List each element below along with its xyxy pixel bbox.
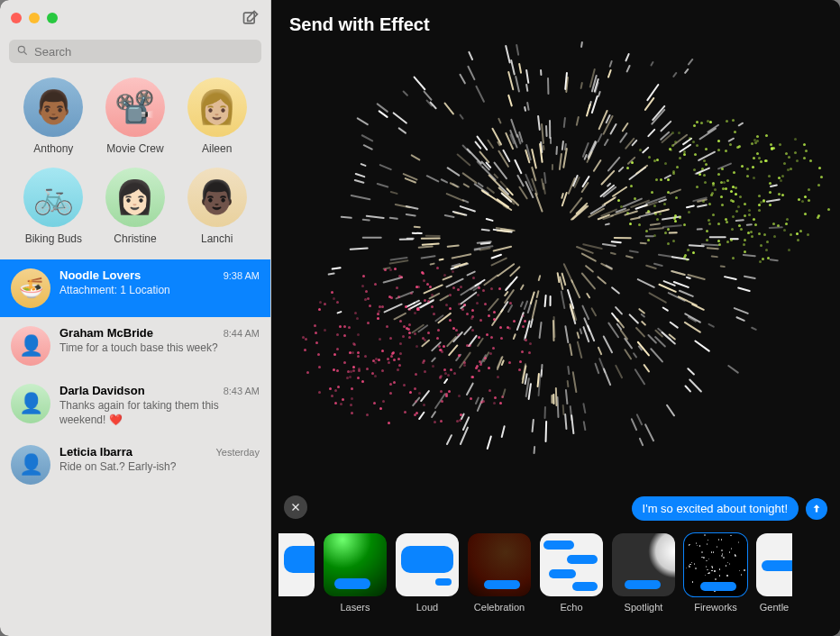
pinned-contact[interactable]: 👩🏻 Christine <box>95 168 177 245</box>
conversation-preview: Thanks again for taking them this weeken… <box>59 399 260 427</box>
conversation-body: Noodle Lovers 9:38 AM Attachment: 1 Loca… <box>59 268 260 308</box>
effect-preview <box>271 39 840 528</box>
compose-button[interactable] <box>242 9 260 27</box>
avatar: 👤 <box>11 384 50 423</box>
effects-strip: Lasers Loud Celebration Echo Spotlight F… <box>271 528 840 636</box>
conversation-item[interactable]: 👤 Graham McBride 8:44 AM Time for a touc… <box>0 317 270 375</box>
pinned-label: Aileen <box>202 142 232 155</box>
search-input[interactable] <box>9 40 261 63</box>
effect-option-loud[interactable] <box>278 533 315 596</box>
search-wrap <box>0 36 270 72</box>
conversation-item[interactable]: 👤 Leticia Ibarra Yesterday Ride on Sat.?… <box>0 436 270 494</box>
svg-point-1 <box>18 46 24 52</box>
effect-thumb <box>468 533 531 596</box>
effect-thumb <box>540 533 603 596</box>
maximize-window-button[interactable] <box>47 13 58 23</box>
conversation-body: Graham McBride 8:44 AM Time for a touch … <box>59 326 260 366</box>
pinned-contact[interactable]: 👨🏿 Lanchi <box>176 168 258 245</box>
effect-thumb <box>324 533 387 596</box>
pinned-label: Biking Buds <box>25 232 82 245</box>
effect-label: Loud <box>416 602 438 613</box>
pinned-label: Anthony <box>33 142 73 155</box>
conversation-time: 8:43 AM <box>224 386 260 396</box>
effect-label: Spotlight <box>625 602 663 613</box>
conversation-preview: Time for a touch base this week? <box>59 341 260 356</box>
search-icon <box>16 44 29 57</box>
pinned-contact[interactable]: 👨🏾 Anthony <box>13 77 95 155</box>
conversation-name: Graham McBride <box>59 326 153 340</box>
conversation-body: Leticia Ibarra Yesterday Ride on Sat.? E… <box>59 445 260 485</box>
avatar: 👨🏿 <box>187 168 247 227</box>
effect-thumb <box>756 533 792 596</box>
conversation-time: 9:38 AM <box>224 270 260 281</box>
main-chat-area: Send with Effect I'm so excited about to… <box>271 0 840 636</box>
window-controls <box>11 13 58 23</box>
messages-window: 👨🏾 Anthony📽️ Movie Crew👩🏼 Aileen🚲 Biking… <box>0 0 840 636</box>
conversation-preview: Attachment: 1 Location <box>59 284 260 298</box>
send-button[interactable] <box>806 498 827 520</box>
effect-thumb <box>278 533 315 596</box>
outgoing-message-bubble: I'm so excited about tonight! <box>632 496 799 521</box>
conversation-preview: Ride on Sat.? Early-ish? <box>59 460 260 475</box>
pinned-contact[interactable]: 📽️ Movie Crew <box>95 77 177 155</box>
avatar: 🚲 <box>23 168 83 227</box>
effect-label: Gentle <box>760 602 789 613</box>
sidebar: 👨🏾 Anthony📽️ Movie Crew👩🏼 Aileen🚲 Biking… <box>0 0 271 636</box>
arrow-up-icon <box>810 503 823 515</box>
pinned-label: Christine <box>114 232 156 245</box>
minimize-window-button[interactable] <box>29 13 40 23</box>
effect-option-fireworks[interactable]: Fireworks <box>684 533 747 613</box>
conversation-time: 8:44 AM <box>224 328 260 339</box>
conversation-body: Darla Davidson 8:43 AM Thanks again for … <box>59 384 260 427</box>
effect-option-spotlight[interactable]: Spotlight <box>612 533 675 613</box>
avatar: 👨🏾 <box>23 77 83 137</box>
conversation-name: Noodle Lovers <box>59 268 141 282</box>
avatar: 👩🏼 <box>187 77 247 137</box>
close-effect-button[interactable] <box>284 495 307 519</box>
avatar: 👤 <box>11 445 50 485</box>
conversation-name: Leticia Ibarra <box>59 445 132 459</box>
titlebar <box>0 0 270 36</box>
pinned-label: Lanchi <box>201 232 233 245</box>
avatar: 👩🏻 <box>105 168 165 227</box>
effect-thumb <box>612 533 675 596</box>
effect-option-gentle[interactable]: Gentle <box>756 533 792 613</box>
fireworks-canvas <box>271 39 840 528</box>
message-row: I'm so excited about tonight! <box>632 496 827 521</box>
avatar: 👤 <box>11 326 50 366</box>
effect-label: Celebration <box>474 602 525 613</box>
effect-option-loud[interactable]: Loud <box>396 533 459 613</box>
pinned-grid: 👨🏾 Anthony📽️ Movie Crew👩🏼 Aileen🚲 Biking… <box>0 72 270 259</box>
pinned-contact[interactable]: 👩🏼 Aileen <box>176 77 258 155</box>
effect-option-celebration[interactable]: Celebration <box>468 533 531 613</box>
pinned-label: Movie Crew <box>106 142 163 155</box>
effect-label: Fireworks <box>694 602 737 613</box>
conversation-item[interactable]: 🍜 Noodle Lovers 9:38 AM Attachment: 1 Lo… <box>0 259 270 317</box>
effect-thumb <box>684 533 747 596</box>
effect-option-echo[interactable]: Echo <box>540 533 603 613</box>
effect-title: Send with Effect <box>271 0 840 39</box>
pinned-contact[interactable]: 🚲 Biking Buds <box>13 168 95 245</box>
avatar: 📽️ <box>105 77 165 137</box>
close-window-button[interactable] <box>11 13 22 23</box>
conversation-list: 🍜 Noodle Lovers 9:38 AM Attachment: 1 Lo… <box>0 259 270 636</box>
avatar: 🍜 <box>11 268 50 308</box>
effect-option-lasers[interactable]: Lasers <box>324 533 387 613</box>
effect-label: Echo <box>560 602 582 613</box>
effect-thumb <box>396 533 459 596</box>
conversation-time: Yesterday <box>215 447 260 458</box>
conversation-name: Darla Davidson <box>59 384 145 397</box>
effect-label: Lasers <box>340 602 370 613</box>
conversation-item[interactable]: 👤 Darla Davidson 8:43 AM Thanks again fo… <box>0 375 270 436</box>
